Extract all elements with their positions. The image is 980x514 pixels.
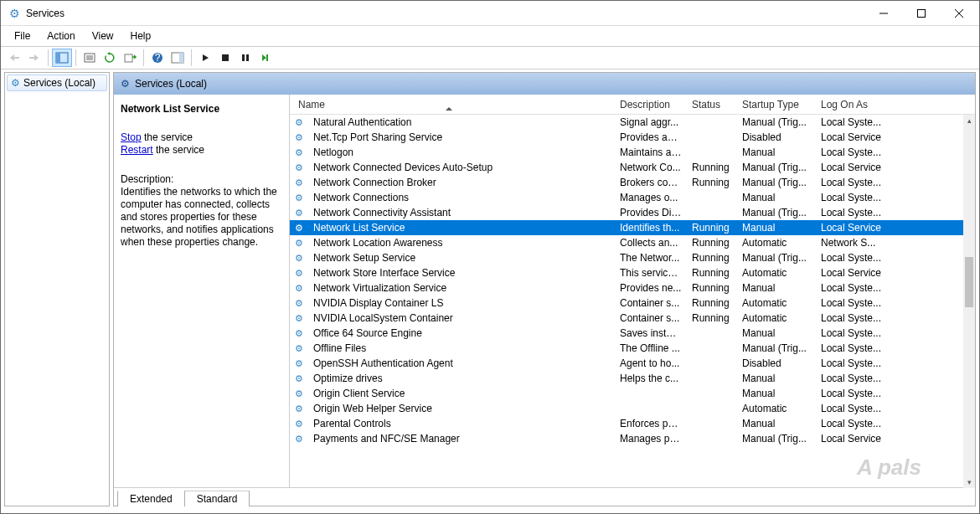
cell-startup: Manual [737,282,816,294]
tab-standard[interactable]: Standard [184,491,250,506]
scroll-thumb[interactable] [965,257,973,307]
gear-icon: ⚙ [290,298,308,309]
scroll-down-icon[interactable]: ▾ [963,476,975,488]
properties-button[interactable] [80,49,100,67]
gear-icon: ⚙ [290,313,308,324]
svg-rect-16 [179,53,183,63]
menu-action[interactable]: Action [39,28,83,44]
start-service-button[interactable] [195,49,215,67]
service-row[interactable]: ⚙Network Connectivity AssistantProvides … [290,205,975,220]
cell-name: Network Connection Broker [308,177,615,188]
gear-icon: ⚙ [290,328,308,339]
cell-startup: Manual [737,327,816,339]
back-button[interactable] [4,49,24,67]
service-row[interactable]: ⚙NVIDIA LocalSystem ContainerContainer s… [290,311,975,326]
close-button[interactable] [940,2,977,25]
cell-name: OpenSSH Authentication Agent [308,357,615,369]
cell-startup: Manual (Trig... [737,342,816,354]
col-description[interactable]: Description [615,99,687,111]
service-row[interactable]: ⚙Network Connection BrokerBrokers con...… [290,175,975,190]
cell-name: NVIDIA Display Container LS [308,297,615,309]
service-row[interactable]: ⚙Origin Web Helper ServiceAutomaticLocal… [290,401,975,416]
col-startup[interactable]: Startup Type [737,99,816,111]
service-row[interactable]: ⚙Payments and NFC/SE ManagerManages pa..… [290,431,975,446]
cell-startup: Manual [737,146,816,158]
service-row[interactable]: ⚙Network Virtualization ServiceProvides … [290,280,975,296]
stop-link[interactable]: Stop [121,131,142,143]
cell-logon: Local Service [816,433,891,445]
cell-description: Helps the c... [615,373,687,384]
cell-name: Origin Web Helper Service [308,403,615,414]
gear-icon: ⚙ [290,223,308,234]
cell-startup: Automatic [737,267,816,279]
service-row[interactable]: ⚙Network Setup ServiceThe Networ...Runni… [290,250,975,265]
col-name[interactable]: Name [290,99,615,111]
gear-icon: ⚙ [290,388,308,399]
cell-description: Container s... [615,312,687,324]
cell-startup: Manual (Trig... [737,116,816,128]
service-row[interactable]: ⚙Office 64 Source EngineSaves install...… [290,326,975,341]
cell-name: Network Connected Devices Auto-Setup [308,162,615,173]
stop-service-button[interactable] [215,49,235,67]
gear-icon: ⚙ [290,132,308,143]
gear-icon: ⚙ [290,373,308,384]
refresh-button[interactable] [100,49,120,67]
service-row[interactable]: ⚙Network Connected Devices Auto-SetupNet… [290,160,975,175]
cell-description: Network Co... [615,162,687,173]
svg-rect-5 [29,57,34,59]
gear-icon: ⚙ [290,177,308,188]
scroll-up-icon[interactable]: ▴ [963,115,975,126]
column-headers[interactable]: Name Description Status Startup Type Log… [290,95,975,115]
service-row[interactable]: ⚙Network Store Interface ServiceThis ser… [290,265,975,280]
menu-view[interactable]: View [84,28,122,44]
col-logon[interactable]: Log On As [816,99,891,111]
main-pane: ⚙ Services (Local) Network List Service … [113,72,976,506]
menu-help[interactable]: Help [122,28,160,44]
service-row[interactable]: ⚙Network ConnectionsManages o...ManualLo… [290,190,975,205]
cell-name: Net.Tcp Port Sharing Service [308,131,615,143]
cell-logon: Local Syste... [816,252,891,264]
service-row[interactable]: ⚙Offline FilesThe Offline ...Manual (Tri… [290,341,975,356]
show-hide-tree-button[interactable] [52,49,72,67]
cell-startup: Manual [737,388,816,399]
cell-name: Network List Service [308,222,615,234]
service-row[interactable]: ⚙Network List ServiceIdentifies th...Run… [290,220,975,235]
help-button[interactable]: ? [147,49,168,67]
service-row[interactable]: ⚙Natural AuthenticationSignal aggr...Man… [290,115,975,130]
tree-pane[interactable]: ⚙ Services (Local) [4,72,110,506]
pause-service-button[interactable] [235,49,255,67]
col-status[interactable]: Status [687,99,737,111]
cell-status: Running [687,282,737,294]
service-row[interactable]: ⚙Optimize drivesHelps the c...ManualLoca… [290,371,975,386]
cell-name: NVIDIA LocalSystem Container [308,312,615,324]
forward-button[interactable] [24,49,44,67]
minimize-button[interactable] [864,2,902,25]
tab-extended[interactable]: Extended [117,491,184,506]
tree-root-label: Services (Local) [23,77,95,89]
gear-icon: ⚙ [290,434,308,445]
gear-icon: ⚙ [290,193,308,203]
export-list-button[interactable] [120,49,140,67]
cell-description: Collects an... [615,237,687,249]
service-row[interactable]: ⚙NVIDIA Display Container LSContainer s.… [290,296,975,311]
maximize-button[interactable] [902,2,940,25]
tree-root-item[interactable]: ⚙ Services (Local) [7,75,107,91]
service-row[interactable]: ⚙NetlogonMaintains a ...ManualLocal Syst… [290,145,975,160]
restart-link[interactable]: Restart [121,144,153,156]
svg-rect-20 [266,54,268,61]
service-row[interactable]: ⚙OpenSSH Authentication AgentAgent to ho… [290,356,975,371]
service-row[interactable]: ⚙Net.Tcp Port Sharing ServiceProvides ab… [290,130,975,145]
vertical-scrollbar[interactable]: ▴ ▾ [963,115,975,488]
service-row[interactable]: ⚙Network Location AwarenessCollects an..… [290,235,975,250]
service-row[interactable]: ⚙Origin Client ServiceManualLocal Syste.… [290,386,975,401]
cell-status: Running [687,267,737,279]
restart-service-button[interactable] [255,49,276,67]
action-pane-button[interactable] [168,49,188,67]
cell-startup: Automatic [737,297,816,309]
cell-logon: Local Syste... [816,282,891,294]
service-row[interactable]: ⚙Parental ControlsEnforces pa...ManualLo… [290,416,975,431]
gear-icon: ⚙ [290,268,308,279]
gear-icon: ⚙ [290,343,308,354]
menu-file[interactable]: File [6,28,39,44]
cell-logon: Local Syste... [816,418,891,429]
